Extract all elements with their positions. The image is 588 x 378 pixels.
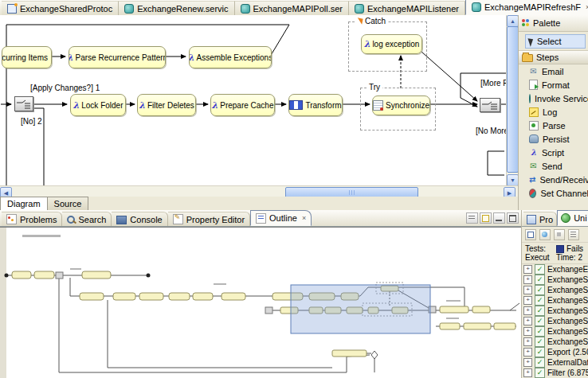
expander-icon[interactable]: +	[523, 337, 532, 346]
palette-steps-drawer[interactable]: Steps	[519, 50, 588, 64]
node-recurring-items[interactable]: curring Items	[2, 46, 52, 68]
view-tab-label: Property Editor	[186, 215, 245, 224]
minimize-icon[interactable]	[493, 212, 505, 224]
palette-item-set-channel[interactable]: Set Channel	[519, 186, 588, 200]
expander-icon[interactable]: +	[523, 348, 532, 357]
test-tree-item[interactable]: + ✓ ExchangeSy	[522, 306, 588, 316]
node-label: Lock Folder	[81, 101, 123, 110]
test-tree-item[interactable]: + ✓ ExchangeSy	[522, 316, 588, 326]
select-tool-label: Select	[537, 37, 562, 46]
editor-tab-label: ExchangeRenew.servic	[137, 4, 228, 14]
test-suite-icon: ✓	[535, 347, 545, 357]
close-icon[interactable]: ×	[302, 215, 306, 222]
editor-tab-exchangemapilistener[interactable]: ExchangeMAPIListener	[349, 1, 465, 15]
view-menu-icon[interactable]	[480, 212, 492, 224]
outline-thumbnail[interactable]	[0, 227, 521, 378]
editor-tab-exchangemapipoll[interactable]: ExchangeMAPIPoll.ser	[235, 1, 350, 15]
decision-switch-more-recurring[interactable]	[480, 98, 500, 112]
tab-diagram[interactable]: Diagram	[0, 197, 48, 211]
canvas-vertical-scrollbar[interactable]: ▲ ▼	[506, 15, 518, 185]
palette-item-parse[interactable]: Parse	[519, 119, 588, 132]
palette-item-send-receive[interactable]: ⇄ Send/Receive	[519, 173, 588, 186]
outline-viewport-rect[interactable]	[291, 285, 430, 333]
expander-icon[interactable]: +	[523, 296, 532, 305]
tab-search[interactable]: Search	[62, 212, 112, 226]
test-tree-item[interactable]: + ✓ Filter (6.875	[522, 368, 588, 378]
lambda-icon: λ	[73, 101, 80, 110]
palette-item-script[interactable]: λ Script	[519, 146, 588, 159]
expander-icon[interactable]: +	[523, 368, 532, 377]
test-tree-item[interactable]: + ✓ ExchangeSy	[522, 326, 588, 337]
node-filter-deletes[interactable]: λ Filter Deletes	[137, 94, 196, 116]
scroll-up-icon[interactable]: ▲	[507, 15, 518, 27]
test-tree-item[interactable]: + ✓ ExternalDat	[522, 357, 588, 368]
node-synchronize[interactable]: Synchronize	[372, 95, 430, 115]
editor-tab-exchangerenew[interactable]: ExchangeRenew.servic	[119, 1, 234, 15]
node-log-exception[interactable]: λ log exception	[361, 34, 422, 54]
test-suite-icon: ✓	[535, 264, 545, 275]
edge-label-apply-changes: [Apply Changes?] 1	[30, 84, 100, 92]
maximize-icon[interactable]	[507, 212, 519, 224]
tests-panel: Pro Uni × Tests: Fails Execut Time: 2	[521, 210, 588, 378]
node-parse-recurrence-pattern[interactable]: λ Parse Recurrence Pattern	[69, 46, 166, 68]
run-test-icon[interactable]	[525, 229, 536, 240]
palette-item-log[interactable]: Log	[519, 105, 588, 119]
vertical-scroll-thumb[interactable]	[507, 26, 518, 173]
test-tree-item[interactable]: + ✓ ExchangeSh	[522, 275, 588, 285]
view-tab-label: Console	[130, 215, 162, 224]
expander-icon[interactable]: +	[523, 286, 532, 294]
tab-console[interactable]: Console	[112, 212, 167, 226]
diagram-canvas[interactable]: Catch Try curring Items λ Parse Recurren…	[0, 15, 518, 185]
tab-problems[interactable]: Problems	[2, 212, 62, 226]
expander-icon[interactable]: +	[523, 327, 532, 336]
editor-tab-exchangesharedprotoc[interactable]: ExchangeSharedProtoc	[2, 1, 119, 15]
globe-icon[interactable]	[539, 229, 551, 240]
test-tree-item[interactable]: + ✓ ExchangeEv	[522, 264, 588, 275]
test-item-label: ExchangeSy	[547, 337, 588, 346]
node-assemble-exceptions[interactable]: λ Assemble Exceptions	[189, 46, 272, 68]
expander-icon[interactable]: +	[523, 265, 532, 274]
editor-tab-exchangemapirefreshf[interactable]: ExchangeMAPIRefreshF ×	[465, 0, 588, 15]
scroll-down-icon[interactable]: ▼	[507, 174, 518, 185]
layout-toggle-icon[interactable]	[466, 212, 478, 224]
editor-tab-label: ExchangeMAPIPoll.ser	[253, 4, 343, 14]
tab-property-editor[interactable]: Property Editor	[168, 212, 250, 226]
lambda-icon: λ	[69, 53, 73, 62]
tab-source[interactable]: Source	[48, 197, 89, 211]
test-tree-item[interactable]: + ✓ Export (2.50	[522, 347, 588, 357]
node-transform[interactable]: Transform	[288, 94, 343, 116]
palette-item-email[interactable]: ✉ Email	[519, 64, 588, 78]
test-tree-item[interactable]: + ✓ ExchangeSy	[522, 285, 588, 295]
decision-switch-apply-changes[interactable]	[14, 96, 33, 111]
lambda-icon: λ	[212, 101, 218, 110]
palette-item-persist[interactable]: Persist	[519, 132, 588, 146]
hierarchy-icon[interactable]	[568, 229, 579, 240]
service-doc-icon	[355, 4, 364, 14]
tab-pro[interactable]: Pro	[523, 212, 557, 226]
view-tab-label: Search	[78, 215, 106, 224]
tab-outline[interactable]: Outline ×	[250, 210, 312, 226]
palette-item-label: Format	[542, 80, 570, 90]
expander-icon[interactable]: +	[523, 306, 532, 315]
palette-item-format[interactable]: Format	[519, 78, 588, 92]
test-tree-item[interactable]: + ✓ ExchangeSy	[522, 295, 588, 306]
test-item-label: ExternalDat	[547, 358, 588, 367]
palette-header[interactable]: Palette	[519, 15, 588, 32]
palette-item-send[interactable]: ✉ Send	[519, 159, 588, 173]
expander-icon[interactable]: +	[523, 275, 532, 284]
canvas-horizontal-scrollbar[interactable]: ◀ ▶	[0, 185, 518, 197]
tab-uni[interactable]: Uni ×	[557, 210, 588, 226]
palette-item-invoke-service[interactable]: Invoke Service	[519, 92, 588, 105]
view-tab-label: Pro	[539, 215, 553, 224]
expander-icon[interactable]: +	[523, 358, 532, 367]
expander-icon[interactable]: +	[523, 317, 532, 325]
tests-tab-bar: Pro Uni ×	[522, 210, 588, 227]
palette-item-label: Set Channel	[540, 189, 588, 198]
node-lock-folder[interactable]: λ Lock Folder	[70, 94, 126, 116]
node-label: Transform	[305, 101, 341, 110]
test-tree-item[interactable]: + ✓ ExchangeSy	[522, 337, 588, 347]
palette-select-tool[interactable]: Select	[525, 34, 586, 49]
node-prepare-cache[interactable]: λ Prepare Cache	[210, 94, 275, 116]
test-item-label: Filter (6.875	[547, 368, 588, 377]
tests-summary: Tests: Fails Execut Time: 2	[522, 243, 588, 264]
